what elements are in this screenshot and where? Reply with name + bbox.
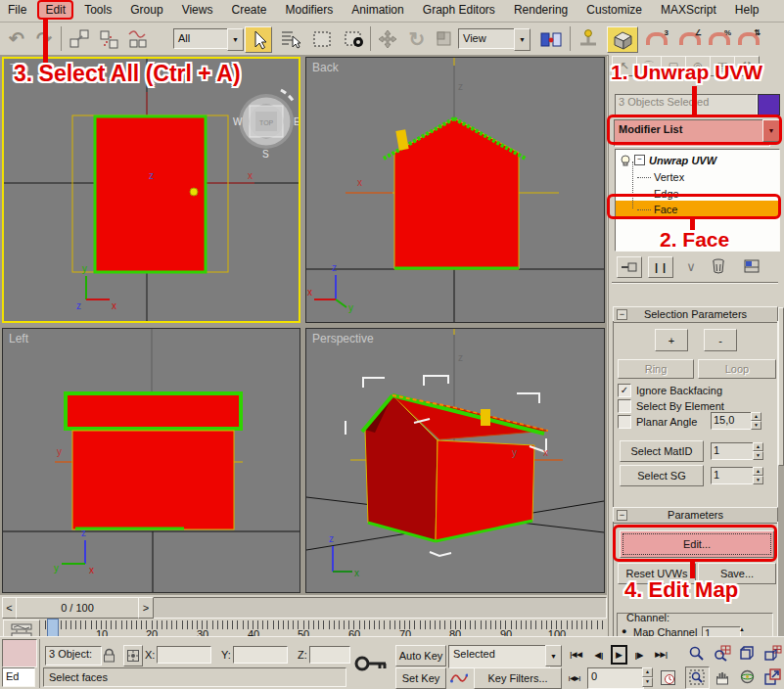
- select-and-move-icon[interactable]: [375, 26, 400, 51]
- next-frame-icon[interactable]: |▶: [630, 645, 648, 665]
- menu-views[interactable]: Views: [174, 0, 221, 20]
- matid-spinner[interactable]: ▲▼: [753, 442, 763, 460]
- sg-value-field[interactable]: 1: [711, 467, 754, 484]
- make-unique-icon[interactable]: ∨: [679, 256, 703, 276]
- menu-maxscript[interactable]: MAXScript: [653, 0, 724, 20]
- menu-edit[interactable]: Edit: [37, 0, 73, 20]
- matid-value-field[interactable]: 1: [711, 442, 754, 460]
- key-mode-toggle-icon[interactable]: |◀▶|: [566, 667, 583, 687]
- reference-coordinate-dropdown-icon[interactable]: ▼: [514, 28, 530, 51]
- zoom-all-icon[interactable]: [711, 643, 733, 664]
- percent-snap-icon[interactable]: %: [707, 26, 732, 51]
- ring-button[interactable]: Ring: [618, 359, 694, 379]
- key-filters-button[interactable]: Key Filters...: [474, 667, 562, 689]
- map-channel-radio-icon[interactable]: ●: [622, 626, 626, 636]
- undo-icon[interactable]: ↶: [4, 26, 29, 51]
- select-and-link-icon[interactable]: [67, 26, 92, 51]
- stack-edge-label[interactable]: Edge: [654, 188, 679, 200]
- maxscript-mini-listener-pink[interactable]: [2, 639, 37, 667]
- go-to-end-icon[interactable]: ▶▶|: [651, 645, 671, 665]
- menu-file[interactable]: File: [0, 0, 34, 20]
- go-to-start-icon[interactable]: |◀◀: [566, 645, 586, 665]
- planar-angle-spinner[interactable]: ▲▼: [751, 412, 761, 430]
- select-and-rotate-icon[interactable]: ↻: [404, 26, 430, 51]
- selection-set-combo[interactable]: Selected ▼: [448, 645, 560, 665]
- menu-create[interactable]: Create: [224, 0, 275, 20]
- view-compass[interactable]: TOP W E S: [233, 90, 299, 160]
- stack-row-unwrap-uvw[interactable]: − Unwrap UVW: [616, 152, 779, 168]
- viewport-back[interactable]: z x z x y Back: [305, 57, 605, 323]
- menu-rendering[interactable]: Rendering: [506, 0, 576, 20]
- object-name-field[interactable]: 3 Objects Selected: [615, 94, 758, 115]
- selection-filter-combo[interactable]: All ▼: [173, 28, 244, 49]
- checkbox-unchecked-icon[interactable]: [618, 415, 631, 429]
- stack-collapse-icon[interactable]: −: [634, 155, 645, 165]
- bind-to-spacewarp-icon[interactable]: [125, 26, 151, 51]
- stack-modifier-name[interactable]: Unwrap UVW: [649, 155, 716, 166]
- map-channel-spinner[interactable]: ▲: [739, 626, 745, 632]
- viewport-left[interactable]: y z y x Left: [2, 328, 300, 593]
- edit-uvw-button[interactable]: Edit...: [620, 530, 774, 558]
- select-by-name-icon[interactable]: [278, 26, 303, 51]
- current-frame-field[interactable]: 0: [587, 667, 644, 689]
- angle-snap-icon[interactable]: ∠: [677, 26, 703, 51]
- stack-vertex-label[interactable]: Vertex: [654, 171, 684, 183]
- panel-scrollbar[interactable]: [778, 307, 784, 636]
- pin-stack-icon[interactable]: [617, 256, 642, 278]
- select-sg-button[interactable]: Select SG: [620, 465, 704, 486]
- maxscript-mini-listener-white[interactable]: Ed: [2, 667, 35, 687]
- z-coord-field[interactable]: [309, 646, 350, 664]
- lightbulb-icon[interactable]: [619, 154, 632, 167]
- time-slider-handle[interactable]: 0 / 100: [16, 597, 139, 619]
- pan-hand-icon[interactable]: [711, 666, 733, 687]
- menu-group[interactable]: Group: [122, 0, 170, 20]
- spinner-snap-icon[interactable]: ⇅: [736, 26, 761, 51]
- loop-button[interactable]: Loop: [698, 359, 776, 379]
- rollout-collapse-icon[interactable]: −: [617, 510, 627, 521]
- stack-row-vertex[interactable]: Vertex: [616, 168, 780, 185]
- ignore-backfacing-checkbox[interactable]: ✓ Ignore Backfacing: [618, 384, 722, 397]
- selection-set-dropdown-icon[interactable]: ▼: [545, 645, 562, 666]
- time-configuration-icon[interactable]: [658, 667, 677, 687]
- maximize-viewport-toggle-icon[interactable]: [761, 666, 784, 687]
- viewport-perspective[interactable]: z y x z x Perspective: [305, 328, 605, 593]
- play-button-icon[interactable]: ▶: [611, 645, 627, 665]
- menu-tools[interactable]: Tools: [76, 0, 119, 20]
- select-and-scale-icon[interactable]: [432, 26, 457, 51]
- zoom-icon[interactable]: [685, 643, 708, 664]
- planar-angle-checkbox[interactable]: Planar Angle: [618, 415, 697, 429]
- time-slider-next-icon[interactable]: >: [138, 597, 154, 619]
- object-color-swatch[interactable]: [758, 94, 780, 115]
- menu-graph-editors[interactable]: Graph Editors: [415, 0, 503, 20]
- show-end-result-icon[interactable]: | |: [648, 256, 673, 278]
- sg-spinner[interactable]: ▲▼: [753, 467, 763, 484]
- stack-row-edge[interactable]: Edge: [616, 185, 780, 202]
- zoom-extents-all-icon[interactable]: [761, 643, 784, 664]
- stack-face-label[interactable]: Face: [654, 204, 677, 215]
- remove-modifier-icon[interactable]: [707, 256, 730, 276]
- grow-selection-button[interactable]: +: [655, 329, 688, 351]
- region-zoom-icon[interactable]: [685, 666, 710, 689]
- configure-modifier-sets-icon[interactable]: [740, 256, 763, 276]
- planar-angle-value-field[interactable]: 15,0: [711, 412, 752, 430]
- manipulate-icon[interactable]: [576, 26, 601, 51]
- y-coord-field[interactable]: [233, 646, 288, 664]
- checkbox-checked-icon[interactable]: ✓: [618, 384, 631, 397]
- selection-filter-dropdown-icon[interactable]: ▼: [227, 28, 244, 51]
- menu-animation[interactable]: Animation: [344, 0, 411, 20]
- select-object-icon[interactable]: [245, 26, 272, 53]
- set-key-filters-curve-icon[interactable]: [448, 667, 470, 687]
- rectangular-selection-region-icon[interactable]: [309, 26, 335, 51]
- menu-modifiers[interactable]: Modifiers: [278, 0, 342, 20]
- select-by-element-checkbox[interactable]: Select By Element: [618, 399, 724, 413]
- current-frame-spinner[interactable]: ▲▼: [642, 667, 653, 687]
- previous-frame-icon[interactable]: ◀|: [590, 645, 608, 665]
- snaps-toggle-icon[interactable]: [607, 26, 638, 53]
- x-coord-field[interactable]: [157, 646, 211, 664]
- menu-customize[interactable]: Customize: [578, 0, 650, 20]
- reference-coordinate-combo[interactable]: View ▼: [458, 28, 530, 49]
- unlink-icon[interactable]: [96, 26, 121, 51]
- select-matid-button[interactable]: Select MatID: [620, 440, 704, 462]
- modifier-list-dropdown[interactable]: Modifier List ▼: [614, 119, 779, 141]
- menu-help[interactable]: Help: [727, 0, 767, 20]
